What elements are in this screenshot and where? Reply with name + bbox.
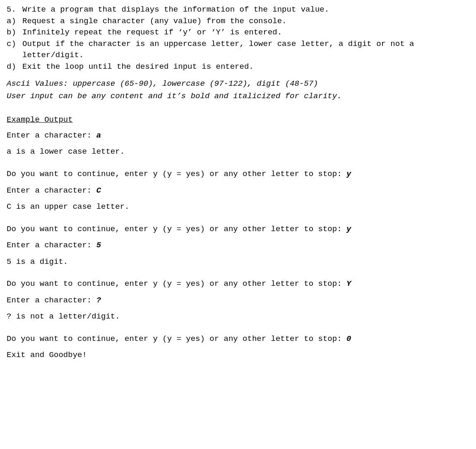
subitem-b: b) Infinitely repeat the request if ‘y’ …	[7, 27, 469, 39]
result-line: ? is not a letter/digit.	[7, 311, 469, 323]
problem-title-line: 5. Write a program that displays the inf…	[7, 4, 469, 16]
example-heading: Example Output	[7, 114, 469, 126]
enter-prompt: Enter a character:	[7, 241, 96, 250]
hint-ascii: Ascii Values: uppercase (65-90), lowerca…	[7, 78, 469, 90]
result-line: a is a lower case letter.	[7, 146, 469, 158]
subitem-c: c) Output if the character is an upperca…	[7, 39, 469, 61]
enter-value: 5	[96, 241, 101, 250]
enter-line: Enter a character: C	[7, 185, 469, 197]
subitem-text: Infinitely repeat the request if ‘y’ or …	[22, 27, 469, 39]
continue-prompt: Do you want to continue, enter y (y = ye…	[7, 334, 346, 343]
enter-value: a	[96, 131, 101, 140]
enter-line: Enter a character: a	[7, 130, 469, 142]
continue-line: Do you want to continue, enter y (y = ye…	[7, 278, 469, 290]
continue-prompt: Do you want to continue, enter y (y = ye…	[7, 169, 346, 179]
subitem-d: d) Exit the loop until the desired input…	[7, 61, 469, 73]
subitem-marker: a)	[7, 16, 22, 27]
continue-line: Do you want to continue, enter y (y = ye…	[7, 333, 469, 345]
subitem-marker: d)	[7, 61, 22, 73]
enter-prompt: Enter a character:	[7, 131, 96, 140]
continue-value: y	[346, 224, 351, 234]
subitem-a: a) Request a single character (any value…	[7, 16, 469, 27]
continue-prompt: Do you want to continue, enter y (y = ye…	[7, 224, 346, 234]
enter-value: C	[96, 186, 101, 195]
exit-line: Exit and Goodbye!	[7, 350, 469, 361]
problem-title: Write a program that displays the inform…	[22, 4, 469, 16]
enter-prompt: Enter a character:	[7, 296, 96, 305]
continue-prompt: Do you want to continue, enter y (y = ye…	[7, 279, 346, 288]
enter-value: ?	[96, 296, 101, 305]
subitem-marker: b)	[7, 27, 22, 39]
continue-value: 0	[346, 334, 351, 343]
continue-line: Do you want to continue, enter y (y = ye…	[7, 224, 469, 235]
enter-prompt: Enter a character:	[7, 186, 96, 195]
subitem-text: Output if the character is an uppercase …	[22, 39, 469, 61]
continue-line: Do you want to continue, enter y (y = ye…	[7, 169, 469, 180]
result-line: 5 is a digit.	[7, 256, 469, 268]
subitem-text: Exit the loop until the desired input is…	[22, 61, 469, 73]
subitem-text: Request a single character (any value) f…	[22, 16, 469, 27]
hint-input-style: User input can be any content and it’s b…	[7, 91, 469, 102]
problem-statement: 5. Write a program that displays the inf…	[7, 4, 469, 72]
enter-line: Enter a character: ?	[7, 295, 469, 307]
enter-line: Enter a character: 5	[7, 240, 469, 251]
result-line: C is an upper case letter.	[7, 201, 469, 213]
continue-value: Y	[346, 279, 351, 288]
problem-number: 5.	[7, 4, 22, 16]
subitem-marker: c)	[7, 39, 22, 61]
continue-value: y	[346, 169, 351, 179]
